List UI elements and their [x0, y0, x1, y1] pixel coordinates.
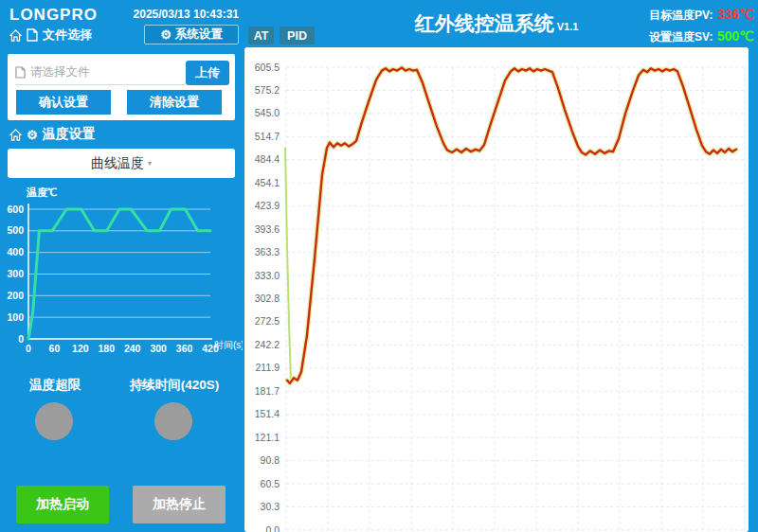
file-input-placeholder: 请选择文件 — [30, 64, 90, 80]
svg-text:272.5: 272.5 — [255, 315, 280, 327]
pv-row: 目标温度PV: 336℃ — [649, 4, 754, 26]
title-text: 红外线控温系统 — [415, 12, 554, 34]
svg-text:514.7: 514.7 — [255, 131, 280, 142]
pv-trend-chart: 605.5575.2545.0514.7484.4454.1423.9393.6… — [244, 47, 749, 532]
svg-text:200: 200 — [7, 290, 24, 301]
svg-text:302.8: 302.8 — [255, 293, 280, 304]
sv-value: 500℃ — [717, 28, 754, 44]
temperature-readouts: 目标温度PV: 336℃ 设置温度SV: 500℃ — [649, 4, 754, 47]
svg-text:484.4: 484.4 — [255, 153, 280, 165]
file-icon — [27, 28, 38, 42]
app-logo: LONGPRO — [9, 6, 98, 25]
pv-label: 目标温度PV: — [649, 9, 713, 22]
file-icon — [15, 66, 26, 79]
svg-text:90.8: 90.8 — [261, 454, 280, 466]
svg-text:400: 400 — [7, 246, 24, 257]
home-icon — [9, 129, 22, 141]
svg-text:545.0: 545.0 — [255, 107, 280, 118]
svg-text:60: 60 — [49, 343, 61, 354]
version-text: V1.1 — [557, 21, 579, 32]
temp-settings-label: 温度设置 — [43, 126, 96, 143]
gear-icon: ⚙ — [160, 28, 171, 41]
system-settings-label: 系统设置 — [175, 27, 223, 43]
svg-text:120: 120 — [72, 343, 89, 354]
confirm-settings-button[interactable]: 确认设置 — [16, 90, 111, 115]
sv-label: 设置温度SV: — [649, 30, 713, 44]
over-limit-indicator-label: 温度超限 — [11, 377, 99, 394]
chevron-down-icon: ▾ — [148, 159, 152, 168]
svg-text:605.5: 605.5 — [255, 62, 280, 73]
heating-start-button[interactable]: 加热启动 — [16, 486, 109, 523]
svg-text:333.0: 333.0 — [255, 270, 280, 281]
svg-text:181.7: 181.7 — [255, 385, 280, 397]
over-limit-indicator-lamp — [35, 402, 73, 440]
svg-text:300: 300 — [7, 268, 24, 279]
trend-chart-panel: 605.5575.2545.0514.7484.4454.1423.9393.6… — [244, 47, 749, 532]
svg-text:423.9: 423.9 — [255, 200, 280, 211]
nav-file-label: 文件选择 — [43, 27, 92, 44]
svg-text:121.1: 121.1 — [255, 432, 280, 443]
svg-text:363.3: 363.3 — [255, 246, 280, 257]
file-input[interactable]: 请选择文件 — [15, 60, 186, 85]
svg-text:500: 500 — [7, 224, 24, 236]
svg-text:240: 240 — [124, 343, 141, 354]
svg-text:575.2: 575.2 — [255, 84, 280, 96]
svg-text:60.5: 60.5 — [261, 478, 280, 489]
svg-text:0: 0 — [18, 333, 24, 345]
nav-file-select[interactable]: 文件选择 — [9, 27, 92, 44]
gear-icon: ⚙ — [27, 129, 38, 141]
svg-text:600: 600 — [7, 204, 24, 215]
curve-temperature-label: 曲线温度 — [91, 155, 144, 172]
app-window: { "header": { "logo": "LONGPRO", "dateti… — [0, 0, 758, 532]
duration-indicator-label: 持续时间(420S) — [121, 377, 227, 394]
duration-indicator-lamp — [154, 402, 192, 440]
svg-text:151.4: 151.4 — [255, 408, 280, 419]
sv-row: 设置温度SV: 500℃ — [649, 26, 754, 47]
svg-text:393.6: 393.6 — [255, 223, 280, 235]
svg-text:180: 180 — [99, 343, 116, 354]
curve-temperature-button[interactable]: 曲线温度 ▾ — [8, 149, 235, 178]
svg-text:211.9: 211.9 — [256, 362, 280, 373]
setpoint-profile-chart: 温度℃0100200300400500600060120180240300360… — [0, 183, 243, 363]
temp-settings-section-header: ⚙ 温度设置 — [9, 126, 96, 143]
svg-text:温度℃: 温度℃ — [26, 186, 57, 198]
file-select-card: 请选择文件 上传 确认设置 清除设置 — [8, 54, 235, 120]
svg-text:242.2: 242.2 — [255, 339, 280, 350]
clear-settings-button[interactable]: 清除设置 — [127, 90, 222, 115]
svg-text:360: 360 — [176, 343, 193, 354]
svg-text:300: 300 — [150, 343, 167, 354]
svg-text:454.1: 454.1 — [255, 177, 280, 188]
svg-text:100: 100 — [7, 311, 24, 323]
heating-stop-button[interactable]: 加热停止 — [133, 486, 226, 523]
svg-text:30.3: 30.3 — [261, 501, 280, 512]
home-icon — [9, 29, 22, 42]
svg-text:时间(s): 时间(s) — [214, 340, 243, 350]
svg-text:0: 0 — [26, 343, 31, 354]
system-settings-button[interactable]: ⚙ 系统设置 — [144, 25, 239, 44]
upload-button[interactable]: 上传 — [186, 61, 229, 85]
pv-value: 336℃ — [717, 7, 754, 22]
svg-text:0.0: 0.0 — [265, 524, 280, 532]
datetime-display: 2025/03/13 10:43:31 — [114, 8, 239, 21]
